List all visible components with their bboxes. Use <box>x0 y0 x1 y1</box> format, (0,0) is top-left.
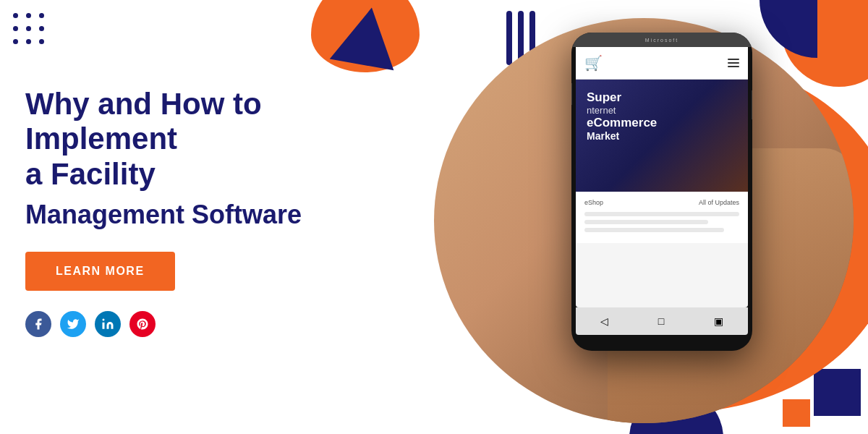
phone-nav-bar: ◁ □ ▣ <box>576 307 748 335</box>
phone-shop-bar: eShop All of Updates <box>584 199 739 206</box>
linkedin-icon[interactable] <box>95 311 121 337</box>
all-updates-label: All of Updates <box>699 199 739 206</box>
twitter-icon[interactable] <box>60 311 86 337</box>
cart-icon: 🛒 <box>584 54 603 72</box>
phone-hero-line4: Market <box>587 130 737 142</box>
phone-hero-line3: eCommerce <box>587 116 737 130</box>
phone-content-area: eShop All of Updates <box>576 192 748 243</box>
hero-content: Why and How to Implement a Facility Mana… <box>25 87 351 337</box>
phone-top-bar: Microsoft <box>571 33 752 47</box>
microsoft-label: Microsoft <box>645 38 678 43</box>
svg-point-1 <box>103 319 105 321</box>
eshop-label: eShop <box>584 199 603 206</box>
phone-hero-area: Super nternet eCommerce Market <box>576 80 748 192</box>
recent-btn: ▣ <box>714 315 723 327</box>
right-visual-section: Microsoft 🛒 Super nternet eCom <box>391 0 868 434</box>
back-btn: ◁ <box>600 315 608 327</box>
phone-screen-header: 🛒 <box>576 47 748 80</box>
phone-screen: 🛒 Super nternet eCommerce Market <box>576 47 748 307</box>
phone-hero-text: Super nternet eCommerce Market <box>587 90 737 142</box>
pinterest-icon[interactable] <box>129 311 156 337</box>
content-bar-1 <box>584 212 739 216</box>
phone-hero-line2: nternet <box>587 105 737 116</box>
hamburger-menu <box>728 59 739 67</box>
phone-mockup: Microsoft 🛒 Super nternet eCom <box>571 33 752 351</box>
dots-decoration <box>13 13 46 46</box>
power-btn <box>571 83 572 105</box>
title-line2: a Facility <box>25 157 156 191</box>
hero-title: Why and How to Implement a Facility <box>25 87 351 192</box>
social-icons-row <box>25 311 351 337</box>
facebook-icon[interactable] <box>25 311 51 337</box>
phone-hero-line1: Super <box>587 90 737 105</box>
hero-subtitle: Management Software <box>25 199 351 230</box>
title-line1: Why and How to Implement <box>25 87 262 156</box>
learn-more-button[interactable]: LEARN MORE <box>25 252 175 291</box>
volume-btn <box>752 90 752 119</box>
svg-rect-0 <box>103 323 105 329</box>
content-bar-2 <box>584 220 708 224</box>
content-bar-3 <box>584 228 724 232</box>
home-btn: □ <box>658 315 664 327</box>
